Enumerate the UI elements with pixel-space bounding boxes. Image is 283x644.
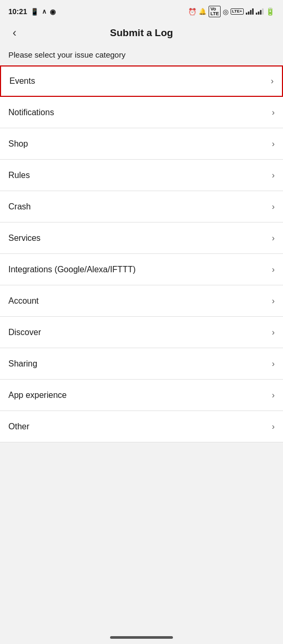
signal2-icon [256,8,264,15]
chevron-icon-discover: › [272,328,275,337]
chevron-icon-crash: › [272,202,275,212]
list-item-label-crash: Crash [8,202,31,212]
list-item-label-integrations: Integrations (Google/Alexa/IFTTT) [8,265,136,274]
chevron-icon-other: › [272,422,275,431]
chevron-icon-events: › [271,76,274,86]
list-item-integrations[interactable]: Integrations (Google/Alexa/IFTTT)› [0,254,283,285]
time-display: 10:21 [8,7,27,16]
phone-icon: 📱 [30,8,39,16]
chevron-icon-integrations: › [272,265,275,274]
list-item-label-account: Account [8,296,39,306]
alarm-icon: ⏰ [188,8,197,16]
list-item-label-sharing: Sharing [8,359,37,369]
chevron-icon-rules: › [272,171,275,180]
list-item-label-notifications: Notifications [8,108,54,117]
chevron-icon-shop: › [272,139,275,149]
status-left: 10:21 📱 ∧ ◉ [8,7,56,16]
list-item-label-services: Services [8,234,40,243]
wifi-icon: ◎ [223,8,228,16]
list-item-label-rules: Rules [8,171,30,180]
list-item-rules[interactable]: Rules› [0,160,283,191]
lte-badge: VoLTE [209,6,220,17]
list-item-label-discover: Discover [8,328,41,337]
chevron-icon-services: › [272,234,275,243]
chevron-icon-app-experience: › [272,391,275,400]
list-item-events[interactable]: Events› [0,65,283,97]
list-item-shop[interactable]: Shop› [0,128,283,160]
home-indicator [110,636,173,639]
chevron-icon-account: › [272,296,275,306]
status-right: ⏰ 🔔 VoLTE ◎ LTE+ 🔋 [188,6,275,17]
signal-icon [246,8,254,15]
list-item-app-experience[interactable]: App experience› [0,380,283,411]
list-item-label-events: Events [9,76,35,86]
status-bar: 10:21 📱 ∧ ◉ ⏰ 🔔 VoLTE ◎ LTE+ 🔋 [0,0,283,21]
vibrate-icon: 🔔 [199,8,206,15]
list-item-other[interactable]: Other› [0,411,283,442]
list-item-services[interactable]: Services› [0,223,283,254]
category-list: Events›Notifications›Shop›Rules›Crash›Se… [0,65,283,442]
list-item-label-shop: Shop [8,139,28,149]
lte2-badge: LTE+ [231,8,244,15]
page-subtitle: Please select your issue category [0,45,283,65]
battery-icon: 🔋 [266,7,275,16]
page-title: Submit a Log [110,27,173,39]
list-item-sharing[interactable]: Sharing› [0,348,283,380]
back-button[interactable]: ‹ [8,24,20,42]
list-item-notifications[interactable]: Notifications› [0,97,283,128]
list-item-account[interactable]: Account› [0,285,283,317]
page-header: ‹ Submit a Log [0,21,283,45]
arrow-up-icon: ∧ [42,8,47,15]
list-item-label-app-experience: App experience [8,391,67,400]
list-item-discover[interactable]: Discover› [0,317,283,348]
list-item-label-other: Other [8,422,29,431]
music-icon: ◉ [50,8,56,16]
chevron-icon-notifications: › [272,108,275,117]
chevron-icon-sharing: › [272,359,275,369]
list-item-crash[interactable]: Crash› [0,191,283,223]
